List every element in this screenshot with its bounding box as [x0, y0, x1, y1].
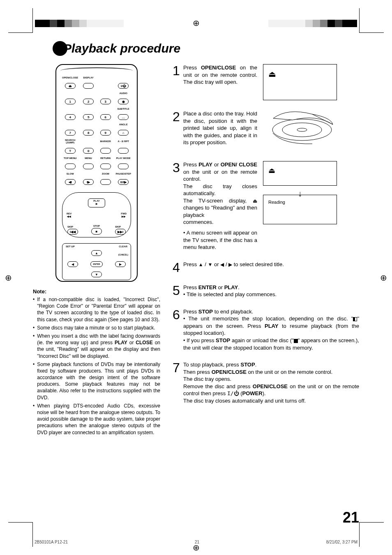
- svg-point-2: [297, 128, 307, 131]
- footer-left: 2B50101A P12-21: [35, 540, 68, 544]
- illustration-place-disc: [263, 110, 337, 151]
- arrow-down-icon: ↓: [298, 188, 302, 199]
- illustration-reading-screen: ⏏ ↓ Reading: [263, 161, 337, 251]
- footer-center: 21: [195, 540, 199, 544]
- step-5: 5 Press ENTER or PLAY.• Title is selecte…: [173, 284, 359, 298]
- full-stop-icon: [294, 339, 298, 343]
- note-item: If a non-compatible disc is loaded, "Inc…: [33, 296, 160, 323]
- step-4: 4 Press ▲ / ▼ or ◀ / ▶ to select desired…: [173, 261, 359, 274]
- note-item: Some playback functions of DVDs may be i…: [33, 361, 160, 401]
- step-1: 1 Press OPEN/CLOSE on the unit or on the…: [173, 64, 359, 100]
- eject-icon: ⏏: [268, 166, 275, 175]
- svg-point-1: [282, 123, 322, 137]
- reading-label: Reading: [268, 200, 285, 205]
- page-number: 21: [343, 509, 359, 526]
- footer: 2B50101A P12-21 21 8/21/02, 3:27 PM: [33, 540, 359, 544]
- step-2: 2 Place a disc onto the tray. Hold the d…: [173, 110, 359, 151]
- illustration-tray-open: ⏏: [263, 64, 337, 100]
- svg-point-0: [272, 119, 332, 140]
- step-3: 3 Press PLAY or OPEN/ CLOSE on the unit …: [173, 161, 359, 251]
- remote-control-diagram: OPEN/CLOSE DISPLAY ⏏ I/⏻ AUDIO 1 2 3 ◉: [55, 64, 138, 282]
- note-item: When playing DTS-encoded Audio CDs, exce…: [33, 403, 160, 436]
- step-7: 7 To stop playback, press STOP. Then pre…: [173, 361, 359, 404]
- page-title-wrap: Playback procedure: [53, 41, 359, 56]
- eject-icon: ⏏: [268, 69, 276, 80]
- page-title: Playback procedure: [63, 41, 180, 55]
- step-6: 6 Press STOP to end playback. • The unit…: [173, 308, 359, 351]
- note-item: Some discs may take a minute or so to st…: [33, 325, 160, 331]
- notes-section: Note: If a non-compatible disc is loaded…: [33, 288, 160, 436]
- notes-heading: Note:: [33, 288, 160, 295]
- note-item: When you insert a disc with the label fa…: [33, 333, 160, 359]
- footer-right: 8/21/02, 3:27 PM: [326, 540, 357, 544]
- half-stop-icon: [353, 317, 357, 321]
